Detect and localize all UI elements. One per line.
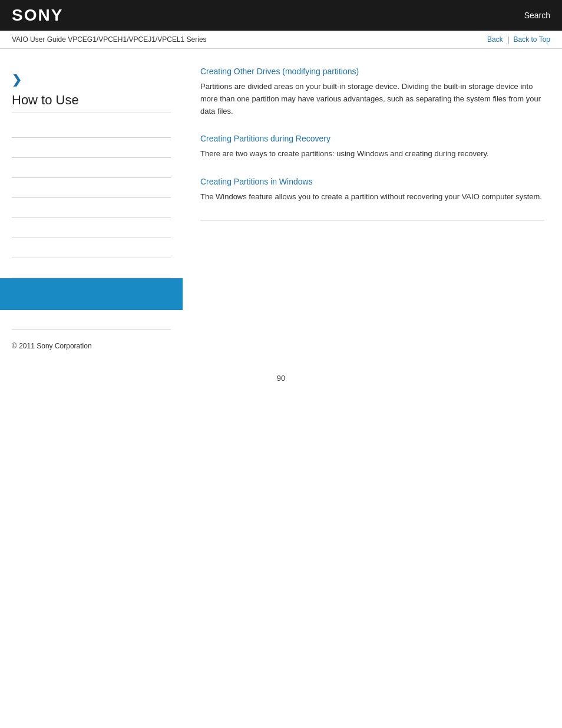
sidebar-item[interactable] xyxy=(12,238,171,258)
sidebar-title: How to Use xyxy=(12,93,171,113)
main-layout: ❯ How to Use © 2011 Sony Corporation Cre… xyxy=(0,49,562,362)
sony-logo: SONY xyxy=(12,6,63,25)
sidebar-item[interactable] xyxy=(12,118,171,138)
copyright: © 2011 Sony Corporation xyxy=(12,342,171,350)
content-section-2: Creating Partitions during Recovery Ther… xyxy=(200,134,544,160)
content-section-1: Creating Other Drives (modifying partiti… xyxy=(200,67,544,117)
content-divider xyxy=(200,220,544,220)
section-2-title[interactable]: Creating Partitions during Recovery xyxy=(200,134,544,143)
chevron-right-icon: ❯ xyxy=(12,73,171,87)
back-to-top-link[interactable]: Back to Top xyxy=(514,35,550,44)
nav-separator: | xyxy=(507,35,509,44)
sidebar-spacer xyxy=(12,61,171,73)
content-section-3: Creating Partitions in Windows The Windo… xyxy=(200,177,544,203)
sidebar-item[interactable] xyxy=(12,218,171,238)
search-button[interactable]: Search xyxy=(524,11,550,20)
section-3-title[interactable]: Creating Partitions in Windows xyxy=(200,177,544,186)
sidebar-item[interactable] xyxy=(12,158,171,178)
back-link[interactable]: Back xyxy=(487,35,503,44)
sidebar: ❯ How to Use © 2011 Sony Corporation xyxy=(0,49,183,362)
section-1-body: Partitions are divided areas on your bui… xyxy=(200,81,544,117)
sidebar-item[interactable] xyxy=(12,198,171,218)
nav-links: Back | Back to Top xyxy=(487,35,550,44)
content-area: Creating Other Drives (modifying partiti… xyxy=(183,49,562,362)
breadcrumb-bar: VAIO User Guide VPCEG1/VPCEH1/VPCEJ1/VPC… xyxy=(0,31,562,49)
section-2-body: There are two ways to create partitions:… xyxy=(200,148,544,160)
header: SONY Search xyxy=(0,0,562,31)
sidebar-item[interactable] xyxy=(12,258,171,278)
guide-title: VAIO User Guide VPCEG1/VPCEH1/VPCEJ1/VPC… xyxy=(12,35,207,44)
section-3-body: The Windows feature allows you to create… xyxy=(200,191,544,203)
page-number: 90 xyxy=(0,362,562,394)
sidebar-item[interactable] xyxy=(12,178,171,198)
section-1-title[interactable]: Creating Other Drives (modifying partiti… xyxy=(200,67,544,76)
sidebar-item-after[interactable] xyxy=(12,310,171,330)
sidebar-item-highlighted[interactable] xyxy=(0,278,183,310)
sidebar-item[interactable] xyxy=(12,138,171,158)
